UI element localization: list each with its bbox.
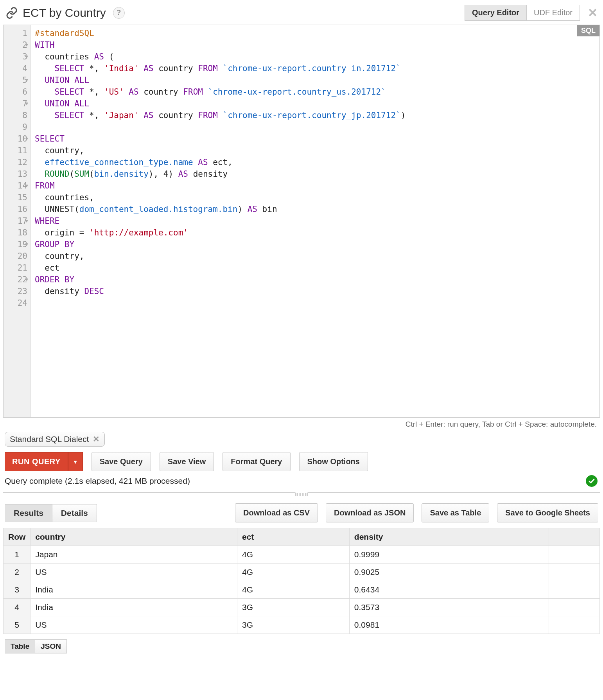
gutter-line: 6 [4, 86, 27, 98]
table-cell: US [31, 564, 237, 581]
code-line[interactable]: UNNEST(dom_content_loaded.histogram.bin)… [35, 203, 596, 215]
dialect-chip[interactable]: Standard SQL Dialect ✕ [5, 432, 105, 447]
table-cell-filler [549, 599, 600, 616]
results-controls: Results Details Download as CSV Download… [3, 503, 600, 528]
tab-udf-editor[interactable]: UDF Editor [527, 5, 580, 21]
code-line[interactable]: UNION ALL [35, 74, 596, 86]
gutter-line: 8 [4, 109, 27, 121]
code-line[interactable]: countries, [35, 192, 596, 203]
table-cell: 0.9025 [349, 564, 549, 581]
header-right: Query Editor UDF Editor ✕ [465, 5, 598, 21]
code-line[interactable]: country, [35, 250, 596, 262]
fold-caret-icon[interactable]: ▼ [25, 39, 28, 51]
tab-query-editor[interactable]: Query Editor [465, 5, 527, 21]
fold-caret-icon[interactable]: ▼ [25, 51, 28, 63]
code-editor[interactable]: SQL 12▼3▼45▼67▼8910▼11121314▼151617▼1819… [3, 25, 600, 418]
run-query-dropdown[interactable]: ▼ [68, 452, 83, 471]
code-line[interactable]: FROM [35, 180, 596, 192]
code-line[interactable]: SELECT *, 'India' AS country FROM `chrom… [35, 63, 596, 74]
code-line[interactable]: UNION ALL [35, 98, 596, 109]
gutter-line: 7▼ [4, 98, 27, 109]
gutter-line: 22▼ [4, 274, 27, 285]
drag-handle-icon[interactable] [295, 492, 308, 496]
table-cell: 1 [4, 546, 31, 564]
code-line[interactable]: WITH [35, 39, 596, 51]
gutter-line: 15 [4, 192, 27, 203]
download-csv-button[interactable]: Download as CSV [235, 503, 318, 522]
code-line[interactable]: SELECT *, 'US' AS country FROM `chrome-u… [35, 86, 596, 98]
link-icon [5, 7, 18, 19]
table-cell: US [31, 616, 237, 634]
tab-details[interactable]: Details [52, 504, 97, 522]
gutter-line: 10▼ [4, 133, 27, 145]
format-query-button[interactable]: Format Query [223, 452, 290, 471]
editor-code[interactable]: #standardSQLWITH countries AS ( SELECT *… [31, 25, 599, 417]
close-icon[interactable]: ✕ [93, 434, 100, 444]
table-cell: 3 [4, 581, 31, 599]
code-line[interactable]: SELECT [35, 133, 596, 145]
fold-caret-icon[interactable]: ▼ [25, 74, 28, 86]
code-line[interactable]: countries AS ( [35, 51, 596, 63]
table-cell: 4 [4, 599, 31, 616]
table-cell: Japan [31, 546, 237, 564]
run-query-button[interactable]: RUN QUERY [5, 452, 68, 471]
code-line[interactable]: ROUND(SUM(bin.density), 4) AS density [35, 168, 596, 180]
code-line[interactable]: WHERE [35, 215, 596, 227]
save-to-sheets-button[interactable]: Save to Google Sheets [497, 503, 598, 522]
language-badge: SQL [577, 25, 599, 36]
fold-caret-icon[interactable]: ▼ [25, 215, 28, 227]
show-options-button[interactable]: Show Options [299, 452, 368, 471]
save-as-table-button[interactable]: Save as Table [422, 503, 489, 522]
format-toggle: Table JSON [5, 639, 67, 653]
fold-caret-icon[interactable]: ▼ [25, 180, 28, 192]
fold-caret-icon[interactable]: ▼ [25, 274, 28, 285]
table-row: 3India4G0.6434 [4, 581, 600, 599]
code-line[interactable]: density DESC [35, 285, 596, 297]
close-icon[interactable]: ✕ [588, 7, 598, 19]
table-cell: India [31, 581, 237, 599]
gutter-line: 21 [4, 262, 27, 274]
header: ECT by Country ? Query Editor UDF Editor… [3, 3, 600, 25]
gutter-line: 19▼ [4, 239, 27, 250]
editor-hint: Ctrl + Enter: run query, Tab or Ctrl + S… [3, 418, 600, 430]
save-query-button[interactable]: Save Query [92, 452, 151, 471]
code-line[interactable]: ect [35, 262, 596, 274]
column-header: density [349, 528, 549, 546]
format-json-option[interactable]: JSON [35, 639, 67, 653]
action-button-row: RUN QUERY ▼ Save Query Save View Format … [3, 452, 600, 475]
column-header-filler [549, 528, 600, 546]
code-line[interactable]: SELECT *, 'Japan' AS country FROM `chrom… [35, 109, 596, 121]
fold-caret-icon[interactable]: ▼ [25, 239, 28, 250]
table-cell-filler [549, 564, 600, 581]
code-line[interactable]: #standardSQL [35, 27, 596, 39]
gutter-line: 23 [4, 285, 27, 297]
results-table: Rowcountryectdensity 1Japan4G0.99992US4G… [3, 528, 600, 634]
column-header: Row [4, 528, 31, 546]
code-line[interactable]: GROUP BY [35, 239, 596, 250]
gutter-line: 2▼ [4, 39, 27, 51]
table-cell: 0.3573 [349, 599, 549, 616]
check-icon [586, 475, 598, 487]
pane-divider[interactable] [3, 492, 600, 498]
gutter-line: 20 [4, 250, 27, 262]
code-line[interactable]: country, [35, 145, 596, 156]
run-query-group: RUN QUERY ▼ [5, 452, 83, 471]
fold-caret-icon[interactable]: ▼ [25, 98, 28, 109]
save-view-button[interactable]: Save View [160, 452, 214, 471]
code-line[interactable]: origin = 'http://example.com' [35, 227, 596, 239]
table-row: 4India3G0.3573 [4, 599, 600, 616]
tab-results[interactable]: Results [5, 504, 52, 522]
table-cell: 4G [237, 546, 349, 564]
format-table-option[interactable]: Table [5, 639, 35, 653]
download-json-button[interactable]: Download as JSON [326, 503, 414, 522]
code-line[interactable] [35, 297, 596, 309]
help-icon[interactable]: ? [113, 7, 125, 19]
code-line[interactable]: ORDER BY [35, 274, 596, 285]
fold-caret-icon[interactable]: ▼ [25, 133, 28, 145]
gutter-line: 5▼ [4, 74, 27, 86]
code-line[interactable] [35, 121, 596, 133]
table-cell-filler [549, 546, 600, 564]
table-cell: 0.6434 [349, 581, 549, 599]
code-line[interactable]: effective_connection_type.name AS ect, [35, 156, 596, 168]
gutter-line: 13 [4, 168, 27, 180]
